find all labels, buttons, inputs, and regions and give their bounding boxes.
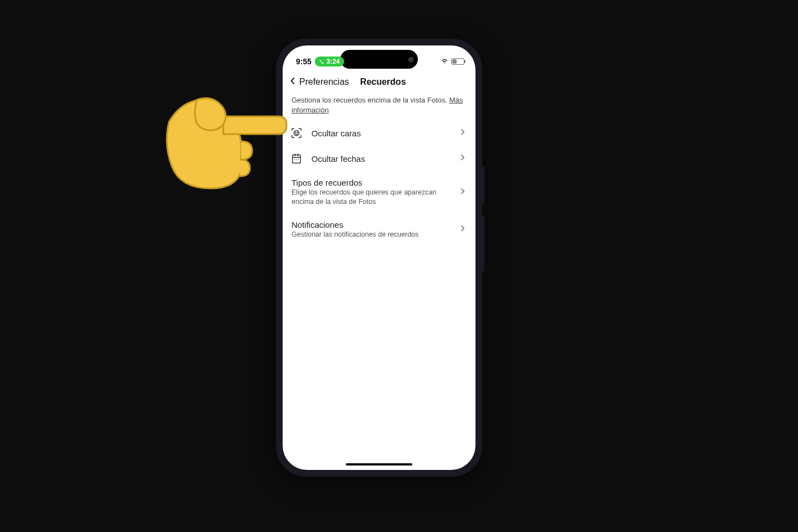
status-left: 9:55 3:24 bbox=[296, 57, 344, 66]
status-time: 9:55 bbox=[296, 57, 311, 66]
chevron-right-icon bbox=[458, 186, 468, 198]
pointing-hand-icon bbox=[158, 78, 291, 200]
page-description: Gestiona los recuerdos encima de la vist… bbox=[283, 95, 475, 120]
back-button[interactable]: Preferencias bbox=[287, 75, 349, 89]
chevron-right-icon bbox=[458, 127, 468, 139]
chevron-left-icon bbox=[287, 75, 298, 89]
active-call-pill[interactable]: 3:24 bbox=[315, 57, 344, 66]
description-text: Gestiona los recuerdos encima de la vist… bbox=[291, 96, 449, 104]
home-indicator bbox=[346, 463, 412, 466]
row-memory-types[interactable]: Tipos de recuerdos Elige los recuerdos q… bbox=[283, 171, 475, 213]
row-hide-dates[interactable]: Ocultar fechas bbox=[283, 146, 475, 171]
battery-icon bbox=[451, 58, 464, 65]
phone-frame: 9:55 3:24 bbox=[276, 39, 482, 477]
row-title: Tipos de recuerdos bbox=[291, 178, 449, 187]
svg-rect-3 bbox=[293, 155, 301, 163]
dynamic-island bbox=[340, 50, 418, 69]
page-title: Recuerdos bbox=[360, 77, 406, 87]
row-title: Ocultar caras bbox=[311, 129, 449, 138]
wifi-icon bbox=[441, 57, 448, 66]
chevron-right-icon bbox=[458, 223, 468, 236]
row-notifications[interactable]: Notificaciones Gestionar las notificacio… bbox=[283, 213, 475, 246]
status-right bbox=[441, 57, 464, 66]
phone-icon bbox=[319, 59, 324, 64]
nav-header: Preferencias Recuerdos bbox=[283, 72, 475, 95]
status-bar: 9:55 3:24 bbox=[283, 45, 475, 72]
row-subtitle: Gestionar las notificaciones de recuerdo… bbox=[291, 230, 449, 239]
calendar-icon bbox=[290, 152, 303, 165]
chevron-right-icon bbox=[458, 152, 468, 165]
call-duration: 3:24 bbox=[326, 58, 340, 65]
row-title: Ocultar fechas bbox=[311, 154, 449, 163]
row-hide-faces[interactable]: Ocultar caras bbox=[283, 120, 475, 146]
phone-screen: 9:55 3:24 bbox=[283, 45, 475, 470]
back-label: Preferencias bbox=[299, 77, 349, 87]
svg-point-2 bbox=[297, 132, 298, 133]
svg-point-1 bbox=[295, 132, 296, 133]
face-icon bbox=[290, 127, 303, 139]
row-title: Notificaciones bbox=[291, 220, 449, 229]
row-subtitle: Elige los recuerdos que quieres que apar… bbox=[291, 188, 449, 207]
